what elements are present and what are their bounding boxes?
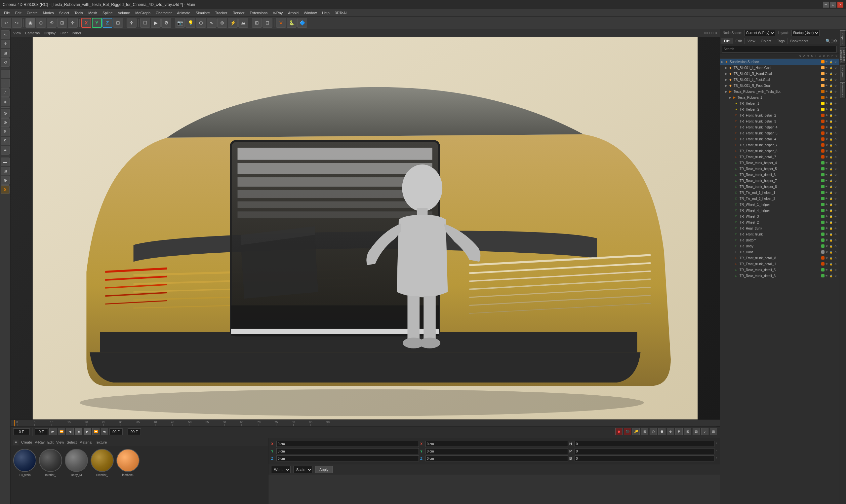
visibility-icon[interactable]: 👁 [825,191,829,195]
visibility-icon[interactable]: ⊙ [833,119,838,123]
menu-character[interactable]: Character [153,10,174,16]
visibility-icon[interactable]: 👁 [825,90,829,93]
content-browser-tab[interactable]: Content Browser [840,48,846,64]
object-color[interactable] [821,114,825,117]
visibility-icon[interactable]: ⊙ [833,185,838,188]
p-input[interactable] [574,448,714,454]
visibility-icon[interactable]: ⊙ [833,90,838,93]
mat-material[interactable]: Material [79,440,92,444]
visibility-icon[interactable]: 🔒 [829,131,833,135]
tree-item[interactable]: □TR_Front_trunk_detail_3👁🔒⊙ [720,118,839,124]
motion-btn5[interactable]: P [675,428,683,435]
visibility-icon[interactable]: 👁 [825,102,829,105]
menu-simulate[interactable]: Simulate [193,10,212,16]
object-color[interactable] [821,72,825,75]
object-color[interactable] [821,84,825,87]
visibility-icon[interactable]: 👁 [825,161,829,165]
add-button[interactable]: ✛ [127,18,137,28]
tree-item[interactable]: ▶▶Tesla_Robovan_with_Tesla_Bot👁🔒⊙ [720,89,839,94]
search-icon[interactable]: 🔍 [826,39,830,43]
mat-edit[interactable]: Edit [47,440,54,444]
tree-item[interactable]: □TR_Body👁🔒⊙ [720,243,839,249]
visibility-icon[interactable]: 👁 [825,72,829,76]
tab-view[interactable]: View [745,38,758,43]
visibility-icon[interactable]: 👁 [825,125,829,129]
close-button[interactable]: ✕ [838,2,843,7]
tool-z[interactable]: Z [103,18,113,28]
visibility-icon[interactable]: 🔒 [829,95,833,100]
menu-select[interactable]: Select [56,10,72,16]
menu-spline[interactable]: Spline [100,10,115,16]
visibility-icon[interactable]: 👁 [825,244,829,248]
mat-function[interactable]: View [56,440,64,444]
tree-item[interactable]: □TR_Wheel_3👁🔒⊙ [720,213,839,219]
visibility-icon[interactable]: 🔒 [829,60,833,64]
maximize-button[interactable]: □ [830,2,836,7]
tree-item[interactable]: □TR_Front_trunk_detail_7👁🔒⊙ [720,154,839,160]
expand-icon[interactable]: ▶ [725,66,727,69]
mat-texture[interactable]: Texture [95,440,107,444]
visibility-icon[interactable]: 🔒 [829,113,833,117]
jump-start[interactable]: ⏮ [49,428,56,435]
render-settings[interactable]: ⚙ [161,18,171,28]
tree-item[interactable]: ▶◆TB_Bip001_L_Foot.Goal👁🔒⊙ [720,77,839,83]
object-color[interactable] [821,215,825,218]
scale-select[interactable]: Scale [293,466,312,473]
visibility-icon[interactable]: 🔒 [829,155,833,159]
visibility-icon[interactable]: ⊙ [833,167,838,171]
tree-item[interactable]: □TR_Front_trunk_helper_4👁🔒⊙ [720,124,839,130]
visibility-icon[interactable]: 🔒 [829,250,833,254]
visibility-icon[interactable]: 🔒 [829,226,833,230]
tree-item[interactable]: □TR_Door👁🔒⊙ [720,249,839,255]
motion-btn6[interactable]: ⊠ [684,428,691,435]
visibility-icon[interactable]: 👁 [825,262,829,266]
z-size-input[interactable] [426,455,568,462]
tree-item[interactable]: □TR_Front_trunk_helper_7👁🔒⊙ [720,142,839,148]
visibility-icon[interactable]: ⊙ [833,66,838,70]
visibility-icon[interactable]: 👁 [825,78,829,82]
mirror-btn[interactable]: ⊟ [262,18,272,28]
visibility-icon[interactable]: 🔒 [829,262,833,266]
objects-btn[interactable]: ⬡ [196,18,206,28]
menu-create[interactable]: Create [24,10,40,16]
tab-bookmarks[interactable]: Bookmarks [788,38,811,43]
visibility-icon[interactable]: ⊙ [833,72,838,76]
object-color[interactable] [821,262,825,266]
loop-btn[interactable]: ⊟ [710,428,717,435]
visibility-icon[interactable]: 👁 [825,167,829,171]
visibility-icon[interactable]: 🔒 [829,125,833,129]
visibility-icon[interactable]: 🔒 [829,220,833,224]
visibility-icon[interactable]: 🔒 [829,256,833,260]
visibility-icon[interactable]: 🔒 [829,149,833,153]
next-frame[interactable]: ⏩ [92,428,100,435]
visibility-icon[interactable]: ⊙ [833,137,838,141]
poly-mode[interactable]: ◈ [1,97,10,106]
rotate-button[interactable]: ⟲ [47,18,56,28]
motion-btn2[interactable]: ⬡ [650,428,657,435]
search-input[interactable] [722,46,837,53]
tree-item[interactable]: ▶◈Subdivision Surface👁🔒⊙ [720,59,839,65]
scale-button[interactable]: ⊞ [57,18,67,28]
tree-item[interactable]: □TR_Rear_trunk_helper_5👁🔒⊙ [720,166,839,172]
mat-select[interactable]: Select [67,440,77,444]
visibility-icon[interactable]: ⊙ [833,209,838,212]
tree-item[interactable]: □TR_Tie_rod_2_helper_2👁🔒⊙ [720,196,839,201]
python-btn[interactable]: 🔷 [297,18,307,28]
visibility-icon[interactable]: ⊙ [833,107,838,111]
layout-select[interactable]: Startup (User) [792,30,819,36]
layers-tab[interactable]: Layers [840,65,846,81]
axis-tool[interactable]: ⊕ [1,176,10,185]
visibility-icon[interactable]: ⊙ [833,161,838,165]
visibility-icon[interactable]: 🔒 [829,161,833,165]
visibility-icon[interactable]: 👁 [825,131,829,135]
visibility-icon[interactable]: 👁 [825,256,829,260]
tab-object[interactable]: Object [758,38,774,43]
tree-item[interactable]: □TR_Rear_trunk_helper_4👁🔒⊙ [720,160,839,166]
floor-tool[interactable]: ▬ [1,158,10,166]
tree-item[interactable]: ▶◆TB_Bip001_L_Hand.Goal👁🔒⊙ [720,65,839,71]
visibility-icon[interactable]: ⊙ [833,244,838,248]
object-color[interactable] [821,143,825,147]
visibility-icon[interactable]: ⊙ [833,95,838,100]
effector-btn[interactable]: ⚡ [228,18,238,28]
material-item[interactable]: Body_M [65,449,88,476]
